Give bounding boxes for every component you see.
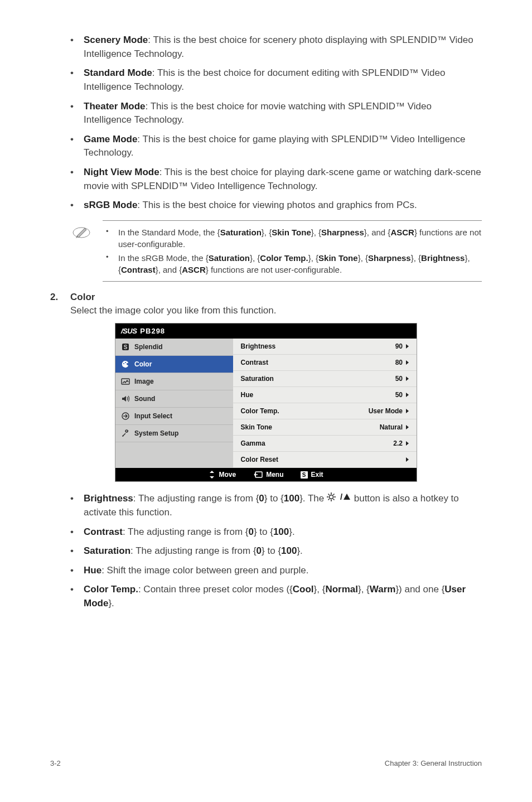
- osd-nav-input[interactable]: Input Select: [115, 408, 233, 425]
- chevron-right-icon: [406, 360, 409, 365]
- mode-desc: : This is the best choice for viewing ph…: [137, 200, 417, 210]
- section-number: 2.: [50, 292, 70, 303]
- mode-name: sRGB Mode: [84, 200, 137, 210]
- osd-footer-exit: S Exit: [301, 471, 323, 479]
- chevron-right-icon: [406, 376, 409, 381]
- list-item: Hue: Shift the image color between green…: [84, 564, 482, 578]
- asus-logo: /SUS: [121, 327, 137, 335]
- svg-point-5: [127, 363, 128, 364]
- chevron-right-icon: [406, 409, 409, 413]
- osd-row-colortemp[interactable]: Color Temp.User Mode: [233, 403, 417, 419]
- list-item: sRGB Mode: This is the best choice for v…: [84, 199, 482, 212]
- note-block: In the Standard Mode, the {Saturation}, …: [72, 220, 482, 282]
- chapter-title: Chapter 3: General Instruction: [385, 759, 482, 767]
- mode-list: Scenery Mode: This is the best choice fo…: [50, 33, 482, 212]
- chevron-right-icon: [406, 344, 409, 349]
- osd-model: PB298: [140, 327, 165, 335]
- osd-menu: /SUS PB298 S Splendid Color Image: [115, 323, 417, 482]
- svg-line-15: [333, 499, 335, 500]
- note-body: In the Standard Mode, the {Saturation}, …: [103, 220, 482, 282]
- osd-nav-system[interactable]: System Setup: [115, 425, 233, 442]
- brightness-up-icon: /: [327, 492, 351, 506]
- osd-nav-color[interactable]: Color: [115, 356, 233, 373]
- osd-nav-sound[interactable]: Sound: [115, 390, 233, 408]
- osd-nav-splendid[interactable]: S Splendid: [115, 339, 233, 356]
- svg-point-3: [123, 363, 124, 364]
- pencil-icon: [72, 220, 97, 244]
- input-icon: [121, 412, 130, 421]
- image-icon: [121, 377, 130, 386]
- osd-row-brightness[interactable]: Brightness90: [233, 339, 417, 355]
- s-icon: S: [301, 471, 308, 479]
- svg-line-14: [328, 494, 330, 495]
- svg-line-16: [328, 499, 330, 500]
- svg-point-9: [330, 495, 333, 499]
- enter-icon: [253, 471, 263, 479]
- chevron-right-icon: [406, 425, 409, 429]
- osd-row-saturation[interactable]: Saturation50: [233, 371, 417, 387]
- palette-icon: [121, 360, 130, 369]
- list-item: Standard Mode: This is the best choice f…: [84, 66, 482, 94]
- osd-row-hue[interactable]: Hue50: [233, 387, 417, 403]
- chevron-right-icon: [406, 441, 409, 446]
- list-item: Theater Mode: This is the best choice fo…: [84, 100, 482, 127]
- list-item: Night View Mode: This is the best choice…: [84, 166, 482, 193]
- section-title: Color: [70, 292, 95, 303]
- mode-name: Scenery Mode: [84, 35, 148, 45]
- svg-text:/: /: [340, 492, 343, 501]
- list-item: Color Temp.: Contain three preset color …: [84, 583, 482, 610]
- note-item: In the sRGB Mode, the {Saturation}, {Col…: [103, 252, 482, 276]
- osd-row-contrast[interactable]: Contrast80: [233, 355, 417, 371]
- osd-nav: S Splendid Color Image Sound Input: [115, 339, 233, 468]
- page-footer: 3-2 Chapter 3: General Instruction: [50, 759, 482, 767]
- list-item: Game Mode: This is the best choice for g…: [84, 133, 482, 160]
- svg-text:S: S: [124, 344, 128, 350]
- osd-footer: Move Menu S Exit: [115, 468, 417, 481]
- osd-footer-menu: Menu: [253, 471, 283, 479]
- osd-titlebar: /SUS PB298: [115, 323, 417, 339]
- osd-row-colorreset[interactable]: Color Reset: [233, 452, 417, 468]
- mode-desc: : This is the best choice for game playi…: [84, 134, 465, 158]
- list-item: Saturation: The adjusting range is from …: [84, 544, 482, 558]
- chevron-right-icon: [406, 457, 409, 462]
- section-desc: Select the image color you like from thi…: [70, 305, 482, 316]
- svg-line-17: [333, 494, 335, 495]
- section-heading: 2. Color: [50, 292, 482, 303]
- mode-name: Theater Mode: [84, 101, 146, 112]
- osd-nav-image[interactable]: Image: [115, 373, 233, 390]
- osd-footer-move: Move: [209, 471, 236, 479]
- note-item: In the Standard Mode, the {Saturation}, …: [103, 226, 482, 250]
- osd-row-gamma[interactable]: Gamma2.2: [233, 436, 417, 452]
- mode-name: Night View Mode: [84, 167, 159, 177]
- speaker-icon: [121, 394, 130, 403]
- tools-icon: [121, 429, 130, 438]
- param-list: Brightness: The adjusting range is from …: [50, 492, 482, 611]
- splendid-icon: S: [121, 342, 130, 351]
- mode-name: Game Mode: [84, 134, 137, 144]
- chevron-right-icon: [406, 393, 409, 397]
- osd-row-skintone[interactable]: Skin ToneNatural: [233, 419, 417, 436]
- svg-point-4: [125, 362, 126, 363]
- mode-name: Standard Mode: [84, 67, 152, 78]
- list-item: Brightness: The adjusting range is from …: [84, 492, 482, 519]
- osd-main: Brightness90 Contrast80 Saturation50 Hue…: [233, 339, 417, 468]
- list-item: Scenery Mode: This is the best choice fo…: [84, 33, 482, 61]
- updown-icon: [209, 471, 215, 479]
- list-item: Contrast: The adjusting range is from {0…: [84, 525, 482, 539]
- page-number: 3-2: [50, 759, 61, 767]
